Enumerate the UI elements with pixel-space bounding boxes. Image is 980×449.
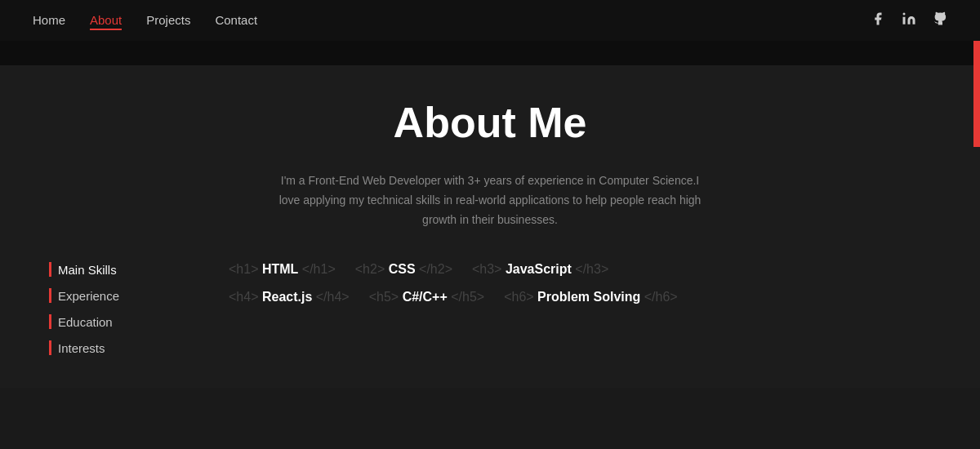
skill-reactjs: <h4> React.js </h4> bbox=[229, 290, 350, 305]
skill-javascript: <h3> JavaScript </h3> bbox=[472, 262, 608, 277]
scrollbar-indicator[interactable] bbox=[973, 41, 980, 147]
sidebar-label-education: Education bbox=[58, 315, 113, 329]
page-title: About Me bbox=[49, 98, 931, 147]
sidebar-label-main-skills: Main Skills bbox=[58, 263, 117, 277]
sidebar-bar bbox=[49, 314, 51, 329]
skill-html: <h1> HTML </h1> bbox=[229, 262, 336, 277]
dark-stripe bbox=[0, 41, 980, 65]
svg-point-0 bbox=[903, 13, 906, 16]
lower-section: Main Skills Experience Education Interes… bbox=[49, 262, 931, 355]
nav-links: Home About Projects Contact bbox=[33, 13, 257, 28]
sidebar-item-experience[interactable]: Experience bbox=[49, 288, 180, 303]
skill-css: <h2> CSS </h2> bbox=[355, 262, 452, 277]
github-icon[interactable] bbox=[933, 11, 947, 29]
skills-row-1: <h1> HTML </h1> <h2> CSS </h2> <h3> Java… bbox=[229, 262, 931, 277]
about-description: I'm a Front-End Web Developer with 3+ ye… bbox=[270, 171, 710, 229]
sidebar-item-interests[interactable]: Interests bbox=[49, 340, 180, 355]
skill-csharp: <h5> C#/C++ </h5> bbox=[369, 290, 484, 305]
skill-problem-solving: <h6> Problem Solving </h6> bbox=[504, 290, 678, 305]
nav-contact[interactable]: Contact bbox=[215, 13, 257, 27]
sidebar-item-main-skills[interactable]: Main Skills bbox=[49, 262, 180, 277]
sidebar-bar bbox=[49, 288, 51, 303]
navbar: Home About Projects Contact bbox=[0, 0, 980, 41]
nav-home[interactable]: Home bbox=[33, 13, 65, 27]
nav-about[interactable]: About bbox=[90, 13, 122, 30]
skills-row-2: <h4> React.js </h4> <h5> C#/C++ </h5> <h… bbox=[229, 290, 931, 305]
linkedin-icon[interactable] bbox=[902, 11, 916, 29]
nav-projects[interactable]: Projects bbox=[146, 13, 190, 27]
sidebar-label-experience: Experience bbox=[58, 289, 119, 303]
skills-area: <h1> HTML </h1> <h2> CSS </h2> <h3> Java… bbox=[229, 262, 931, 305]
social-icons bbox=[871, 11, 947, 29]
facebook-icon[interactable] bbox=[871, 11, 885, 29]
sidebar-item-education[interactable]: Education bbox=[49, 314, 180, 329]
sidebar-bar bbox=[49, 262, 51, 277]
sidebar-label-interests: Interests bbox=[58, 341, 105, 355]
main-content: About Me I'm a Front-End Web Developer w… bbox=[0, 65, 980, 388]
sidebar-bar bbox=[49, 340, 51, 355]
sidebar: Main Skills Experience Education Interes… bbox=[49, 262, 180, 355]
